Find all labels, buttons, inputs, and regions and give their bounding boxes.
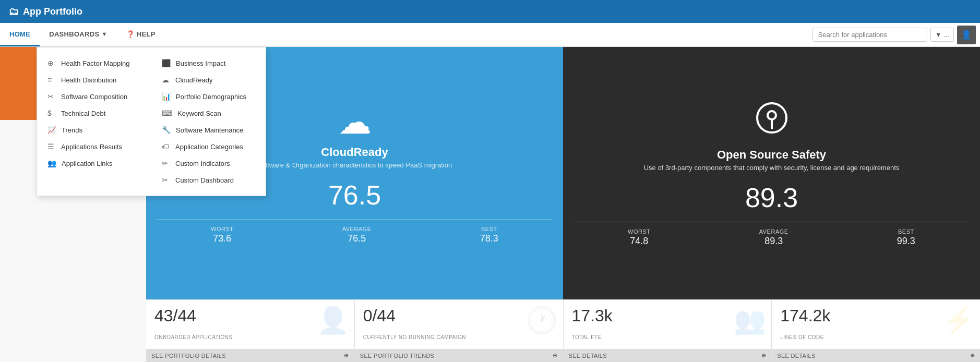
top-cards: ☁ CloudReady Software & Organization cha… (146, 47, 980, 299)
cloudready-card-stats: WORST 73.6 AVERAGE 76.5 BEST 78.3 (157, 219, 553, 244)
nav-dashboards[interactable]: DASHBOARDS ▼ (40, 23, 116, 46)
nav-home[interactable]: HOME (0, 23, 40, 46)
app-title: 🗂 App Portfolio (8, 6, 82, 18)
dropdown-columns: ⊕ Health Factor Mapping ≡ Health Distrib… (37, 53, 266, 190)
menu-label-portfolio-demographics: Portfolio Demographics (176, 93, 246, 101)
oss-stat-worst: WORST 74.8 (628, 228, 650, 247)
menu-item-health-factor-mapping[interactable]: ⊕ Health Factor Mapping (37, 55, 151, 71)
keyword-scan-icon: ⌨ (162, 109, 172, 117)
oss-card-title: Open Source Safety (717, 148, 826, 162)
menu-label-technical-debt: Technical Debt (61, 110, 105, 117)
custom-dashboard-icon: ✂ (162, 176, 170, 184)
nav-bar: HOME DASHBOARDS ▼ ❓ HELP ▼ ... 👤 ⊕ Healt… (0, 23, 980, 47)
tile-link-1[interactable]: SEE PORTFOLIO TRENDS ⊕ (355, 349, 563, 362)
cloudready-stat-worst: WORST 73.6 (211, 226, 233, 244)
tile-link-2[interactable]: SEE DETAILS ⊕ (564, 349, 772, 362)
oss-card-score: 89.3 (745, 182, 798, 213)
oss-stat-average: AVERAGE 89.3 (759, 228, 788, 247)
menu-item-technical-debt[interactable]: $ Technical Debt (37, 105, 151, 122)
tile-campaign: 🕐 0/44 CURRENTLY NO RUNNING CAMPAIGN SEE… (355, 299, 564, 362)
software-composition-icon: ✂ (47, 92, 56, 101)
help-icon: ❓ (126, 30, 135, 38)
custom-indicators-icon: ✏ (162, 159, 170, 167)
menu-item-applications-results[interactable]: ☰ Applications Results (37, 138, 151, 155)
dashboards-dropdown-arrow: ▼ (101, 31, 107, 37)
oss-card: Open Source Safety Use of 3rd-party comp… (563, 47, 980, 299)
application-categories-icon: 🏷 (162, 142, 170, 151)
portfolio-demographics-icon: 📊 (162, 92, 171, 101)
menu-label-applications-results: Applications Results (61, 143, 122, 151)
user-avatar[interactable]: 👤 (957, 26, 976, 44)
nav-help[interactable]: ❓ HELP (117, 23, 165, 46)
menu-item-custom-dashboard[interactable]: ✂ Custom Dashboard (151, 172, 266, 188)
menu-label-software-maintenance: Software Maintenance (176, 126, 243, 134)
cloudready-card-subtitle: Software & Organization characteristics … (257, 161, 452, 169)
cloudready-card-icon: ☁ (338, 103, 372, 141)
cloudready-stat-best: BEST 78.3 (480, 226, 498, 244)
menu-label-trends: Trends (62, 126, 82, 134)
tile-bg-icon-0: 👤 (317, 305, 349, 335)
tile-link-arrow-0: ⊕ (344, 352, 349, 359)
dropdown-col-2: ⬛ Business Impact ☁ CloudReady 📊 Portfol… (151, 53, 266, 190)
user-icon: 👤 (961, 30, 972, 40)
menu-item-trends[interactable]: 📈 Trends (37, 122, 151, 138)
technical-debt-icon: $ (47, 109, 56, 117)
oss-card-stats: WORST 74.8 AVERAGE 89.3 BEST 99.3 (573, 222, 970, 247)
application-links-icon: 👥 (47, 159, 56, 167)
tile-link-0[interactable]: SEE PORTFOLIO DETAILS ⊕ (146, 349, 354, 362)
menu-label-software-composition: Software Composition (61, 93, 127, 101)
menu-label-custom-indicators: Custom Indicators (175, 160, 230, 167)
health-distribution-icon: ≡ (47, 76, 56, 84)
nav-right: ▼ ... 👤 (812, 26, 980, 44)
menu-item-portfolio-demographics[interactable]: 📊 Portfolio Demographics (151, 88, 266, 105)
menu-item-keyword-scan[interactable]: ⌨ Keyword Scan (151, 105, 266, 122)
cloudready-icon: ☁ (162, 76, 170, 84)
menu-label-health-distribution: Health Distribution (61, 76, 116, 84)
menu-label-business-impact: Business Impact (176, 59, 225, 67)
menu-item-software-composition[interactable]: ✂ Software Composition (37, 88, 151, 105)
menu-item-software-maintenance[interactable]: 🔧 Software Maintenance (151, 122, 266, 138)
oss-circle-icon (754, 100, 790, 136)
menu-label-health-factor-mapping: Health Factor Mapping (61, 59, 130, 67)
tile-fte: 👥 17.3k TOTAL FTE SEE DETAILS ⊕ (564, 299, 772, 362)
menu-label-application-links: Application Links (62, 160, 113, 167)
top-header: 🗂 App Portfolio (0, 0, 980, 23)
oss-stat-best: BEST 99.3 (897, 228, 915, 247)
cards-grid: ☁ CloudReady Software & Organization cha… (146, 47, 980, 362)
dashboards-dropdown-menu: ⊕ Health Factor Mapping ≡ Health Distrib… (37, 47, 266, 196)
menu-label-keyword-scan: Keyword Scan (177, 110, 221, 117)
cloudready-card-score: 76.5 (328, 179, 381, 211)
tile-link-arrow-3: ⊕ (970, 352, 975, 359)
menu-label-application-categories: Application Categories (175, 143, 243, 151)
oss-card-subtitle: Use of 3rd-party components that comply … (644, 164, 900, 172)
menu-item-cloudready[interactable]: ☁ CloudReady (151, 71, 266, 88)
bottom-tiles: 👤 43/44 ONBOARDED APPLICATIONS SEE PORTF… (146, 299, 980, 362)
folder-icon: 🗂 (8, 6, 19, 18)
software-maintenance-icon: 🔧 (162, 126, 171, 134)
cloudready-stat-average: AVERAGE 76.5 (342, 226, 372, 244)
business-impact-icon: ⬛ (162, 59, 171, 67)
tile-link-3[interactable]: SEE DETAILS ⊕ (772, 349, 980, 362)
tile-link-arrow-1: ⊕ (553, 352, 557, 359)
menu-item-business-impact[interactable]: ⬛ Business Impact (151, 55, 266, 71)
tile-bg-icon-1: 🕐 (525, 305, 558, 335)
applications-results-icon: ☰ (47, 142, 56, 151)
health-factor-icon: ⊕ (47, 59, 56, 67)
menu-item-application-links[interactable]: 👥 Application Links (37, 155, 151, 172)
tile-link-arrow-2: ⊕ (761, 352, 766, 359)
tile-bg-icon-3: ⚡ (942, 305, 975, 335)
cloudready-card-title: CloudReady (321, 146, 388, 159)
tile-bg-icon-2: 👥 (734, 305, 766, 335)
app-title-text: App Portfolio (23, 6, 82, 17)
oss-card-icon (754, 100, 790, 144)
menu-item-custom-indicators[interactable]: ✏ Custom Indicators (151, 155, 266, 172)
search-input[interactable] (812, 28, 927, 42)
menu-item-health-distribution[interactable]: ≡ Health Distribution (37, 71, 151, 88)
tile-onboarded-apps: 👤 43/44 ONBOARDED APPLICATIONS SEE PORTF… (146, 299, 355, 362)
dropdown-col-1: ⊕ Health Factor Mapping ≡ Health Distrib… (37, 53, 151, 190)
tile-lines-of-code: ⚡ 174.2k LINES OF CODE SEE DETAILS ⊕ (772, 299, 980, 362)
menu-label-custom-dashboard: Custom Dashboard (175, 176, 234, 184)
menu-item-application-categories[interactable]: 🏷 Application Categories (151, 138, 266, 155)
trends-icon: 📈 (47, 126, 56, 134)
filter-button[interactable]: ▼ ... (930, 28, 954, 42)
